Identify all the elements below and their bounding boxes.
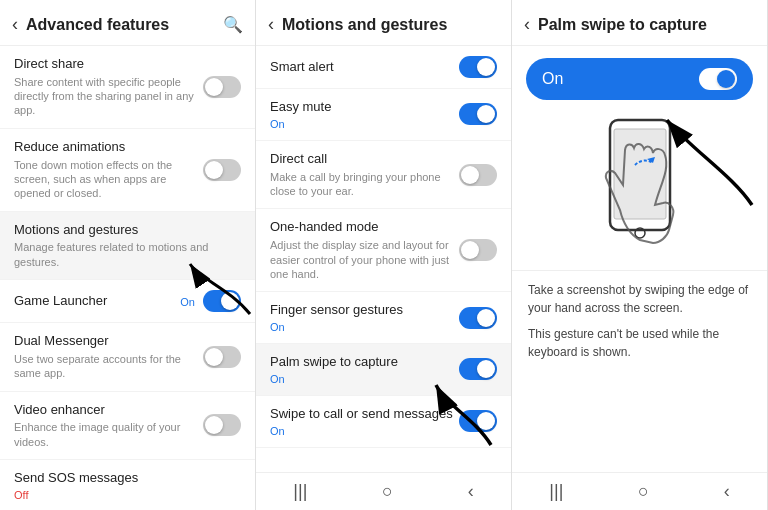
item-label: Direct share bbox=[14, 56, 203, 73]
finger-sensor-item[interactable]: Finger sensor gestures On bbox=[256, 292, 511, 344]
item-label: Dual Messenger bbox=[14, 333, 203, 350]
toggle-switch[interactable] bbox=[459, 103, 497, 125]
description1: Take a screenshot by swiping the edge of… bbox=[528, 281, 751, 317]
svg-rect-4 bbox=[614, 129, 666, 219]
toggle-switch[interactable] bbox=[459, 358, 497, 380]
list-item[interactable]: Video enhancer Enhance the image quality… bbox=[0, 392, 255, 460]
item-label: Send SOS messages bbox=[14, 470, 241, 487]
toggle-switch[interactable] bbox=[459, 56, 497, 78]
panel3-header: ‹ Palm swipe to capture bbox=[512, 0, 767, 46]
panel3-description: Take a screenshot by swiping the edge of… bbox=[512, 270, 767, 379]
navigation-bar: ||| ○ ‹ bbox=[256, 472, 511, 510]
nav-home-icon[interactable]: ○ bbox=[638, 481, 649, 502]
item-label: Reduce animations bbox=[14, 139, 203, 156]
arrow-annotation bbox=[662, 110, 762, 210]
toggle-switch[interactable] bbox=[203, 76, 241, 98]
search-icon[interactable]: 🔍 bbox=[223, 15, 243, 34]
arrow-annotation bbox=[431, 380, 501, 450]
nav-recents-icon[interactable]: ||| bbox=[549, 481, 563, 502]
item-status: On bbox=[270, 321, 459, 333]
panel3-title: Palm swipe to capture bbox=[538, 16, 755, 34]
motions-gestures-item[interactable]: Motions and gestures Manage features rel… bbox=[0, 212, 255, 280]
back-icon[interactable]: ‹ bbox=[268, 14, 274, 35]
nav-back-icon[interactable]: ‹ bbox=[468, 481, 474, 502]
item-status: Off bbox=[14, 489, 241, 501]
panel1-header: ‹ Advanced features 🔍 bbox=[0, 0, 255, 46]
panel1-title: Advanced features bbox=[26, 16, 223, 34]
item-desc: Share content with specific people direc… bbox=[14, 75, 203, 118]
toggle-switch[interactable] bbox=[203, 346, 241, 368]
direct-call-item[interactable]: Direct call Make a call by bringing your… bbox=[256, 141, 511, 209]
toggle-switch[interactable] bbox=[203, 159, 241, 181]
item-status: On bbox=[270, 118, 459, 130]
item-desc: Enhance the image quality of your videos… bbox=[14, 420, 203, 449]
easy-mute-item[interactable]: Easy mute On bbox=[256, 89, 511, 141]
item-desc: Tone down motion effects on the screen, … bbox=[14, 158, 203, 201]
nav-back-icon[interactable]: ‹ bbox=[724, 481, 730, 502]
palm-capture-toggle-bar[interactable]: On bbox=[526, 58, 753, 100]
phone-illustration bbox=[512, 110, 767, 270]
list-item[interactable]: Reduce animations Tone down motion effec… bbox=[0, 129, 255, 212]
item-label: Game Launcher bbox=[14, 293, 180, 310]
item-label: Easy mute bbox=[270, 99, 459, 116]
item-desc: Adjust the display size and layout for e… bbox=[270, 238, 459, 281]
item-desc: Make a call by bringing your phone close… bbox=[270, 170, 459, 199]
back-icon[interactable]: ‹ bbox=[524, 14, 530, 35]
arrow-annotation bbox=[180, 259, 256, 319]
item-label: One-handed mode bbox=[270, 219, 459, 236]
list-item[interactable]: Dual Messenger Use two separate accounts… bbox=[0, 323, 255, 391]
item-desc: Use two separate accounts for the same a… bbox=[14, 352, 203, 381]
list-item[interactable]: Send SOS messages Off bbox=[0, 460, 255, 510]
item-label: Smart alert bbox=[270, 59, 459, 76]
item-label: Palm swipe to capture bbox=[270, 354, 459, 371]
panel-advanced-features: ‹ Advanced features 🔍 Direct share Share… bbox=[0, 0, 256, 510]
panel-palm-swipe-capture: ‹ Palm swipe to capture On bbox=[512, 0, 768, 510]
one-handed-mode-item[interactable]: One-handed mode Adjust the display size … bbox=[256, 209, 511, 292]
item-label: Video enhancer bbox=[14, 402, 203, 419]
toggle-switch[interactable] bbox=[203, 414, 241, 436]
description2: This gesture can't be used while the key… bbox=[528, 325, 751, 361]
item-label: Direct call bbox=[270, 151, 459, 168]
list-item[interactable]: Direct share Share content with specific… bbox=[0, 46, 255, 129]
panel2-title: Motions and gestures bbox=[282, 16, 499, 34]
back-icon[interactable]: ‹ bbox=[12, 14, 18, 35]
nav-home-icon[interactable]: ○ bbox=[382, 481, 393, 502]
panel2-header: ‹ Motions and gestures bbox=[256, 0, 511, 46]
item-label: Motions and gestures bbox=[14, 222, 241, 239]
smart-alert-item[interactable]: Smart alert bbox=[256, 46, 511, 89]
toggle-switch[interactable] bbox=[459, 164, 497, 186]
toggle-switch[interactable] bbox=[699, 68, 737, 90]
nav-recents-icon[interactable]: ||| bbox=[293, 481, 307, 502]
toggle-switch[interactable] bbox=[459, 307, 497, 329]
toggle-label: On bbox=[542, 70, 563, 88]
palm-swipe-item[interactable]: Palm swipe to capture On bbox=[256, 344, 511, 396]
item-label: Finger sensor gestures bbox=[270, 302, 459, 319]
navigation-bar: ||| ○ ‹ bbox=[512, 472, 767, 510]
panel-motions-gestures: ‹ Motions and gestures Smart alert Easy … bbox=[256, 0, 512, 510]
toggle-switch[interactable] bbox=[459, 239, 497, 261]
